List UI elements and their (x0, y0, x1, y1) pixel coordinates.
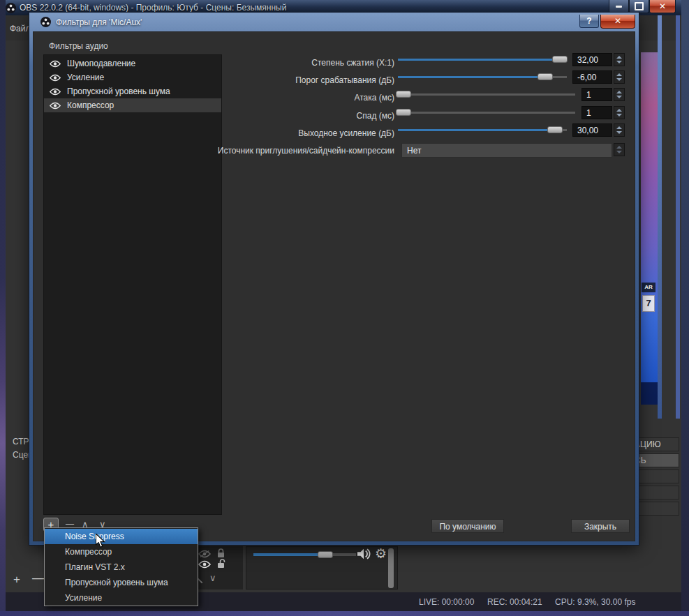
eye-icon[interactable] (50, 88, 61, 96)
mixer-scrollbar[interactable] (388, 548, 394, 588)
control-button[interactable] (632, 486, 679, 499)
lock-icon[interactable] (216, 548, 225, 558)
filter-row-noise-gate[interactable]: Пропускной уровень шума (44, 84, 221, 98)
release-spinner[interactable] (614, 106, 625, 119)
spinner-down-icon[interactable] (616, 131, 622, 134)
attack-label: Атака (мс) (200, 93, 394, 105)
eye-slash-icon[interactable] (198, 550, 211, 558)
sidechain-label: Источник приглушения/сайдчейн-компрессии (200, 146, 394, 158)
audio-filters-list: Шумоподавление Усиление Пропускной урове… (43, 54, 222, 515)
unlock-icon[interactable] (216, 559, 227, 569)
control-button[interactable] (632, 502, 679, 516)
preview-taskbar (641, 382, 658, 405)
eye-icon[interactable] (198, 560, 211, 569)
status-live: LIVE: 00:00:00 (419, 597, 474, 607)
scene-remove-button[interactable]: — (32, 572, 44, 584)
slider-handle[interactable] (547, 126, 563, 133)
close-dialog-button[interactable]: Закрыть (571, 519, 630, 533)
dialog-title: Фильтры для 'Mic/Aux' (56, 17, 142, 27)
close-button[interactable]: ✕ (649, 0, 676, 13)
start-streaming-button-fragment[interactable]: АЦИЮ (632, 437, 679, 451)
main-window-inner-border (676, 15, 680, 419)
spinner-up-icon[interactable] (616, 56, 622, 59)
speaker-icon[interactable] (356, 548, 371, 560)
control-button[interactable] (632, 469, 679, 483)
volume-slider[interactable] (253, 553, 356, 556)
menu-item-gain[interactable]: Усиление (45, 590, 198, 606)
chevron-down-icon[interactable]: ∨ (209, 573, 216, 583)
attack-spinner[interactable] (614, 88, 625, 101)
eye-icon[interactable] (50, 60, 61, 68)
status-rec: REC: 00:04:21 (487, 597, 542, 607)
defaults-button[interactable]: По умолчанию (431, 519, 504, 533)
spinner-down-icon[interactable] (616, 61, 622, 63)
slider-handle[interactable] (396, 109, 411, 116)
eye-icon[interactable] (50, 102, 61, 110)
minimize-icon (616, 6, 622, 8)
dialog-close-button[interactable]: ✕ (600, 15, 635, 29)
ratio-slider[interactable] (398, 53, 567, 66)
video-preview-sliver (641, 52, 658, 405)
menu-item-compressor[interactable]: Компрессор (45, 544, 198, 559)
eye-icon[interactable] (50, 74, 61, 82)
volume-slider-handle[interactable] (318, 551, 333, 558)
obs-logo-icon (40, 17, 51, 27)
filter-row-gain[interactable]: Усиление (44, 70, 221, 84)
spinner-up-icon[interactable] (616, 91, 622, 93)
dialog-content: Фильтры аудио Шумоподавление Усиление Пр… (33, 31, 635, 541)
attack-slider[interactable] (398, 88, 575, 101)
gear-icon[interactable]: ⚙ (375, 547, 387, 560)
maximize-button[interactable] (629, 0, 649, 13)
add-filter-context-menu: Noise Suppress Компрессор Плагин VST 2.x… (44, 527, 198, 606)
main-window-title: OBS 22.0.2 (64-bit, windows) - Профиль: … (20, 3, 286, 13)
release-value[interactable]: 1 (581, 106, 612, 119)
release-slider[interactable] (398, 106, 575, 119)
spinner-up-icon[interactable] (616, 109, 622, 112)
release-label: Спад (мс) (200, 111, 394, 123)
menu-item-noise-gate[interactable]: Пропускной уровень шума (45, 575, 198, 590)
threshold-label: Порог срабатывания (дБ) (200, 75, 394, 88)
stop-recording-button-fragment[interactable]: СЬ (632, 453, 679, 467)
threshold-spinner[interactable] (614, 70, 625, 84)
slider-handle[interactable] (538, 73, 553, 80)
dialog-help-button[interactable]: ? (579, 15, 599, 28)
filter-row-noise-suppression[interactable]: Шумоподавление (44, 57, 221, 70)
volume-slider-fill (253, 553, 325, 556)
filters-dialog: Фильтры для 'Mic/Aux' ? ✕ Фильтры аудио … (29, 13, 639, 545)
menu-item-noise-suppress[interactable]: Noise Suppress (45, 529, 198, 544)
ratio-spinner[interactable] (614, 53, 625, 66)
output-gain-slider[interactable] (398, 123, 567, 137)
spinner-down-icon[interactable] (616, 96, 622, 98)
menu-file[interactable]: Файл (10, 24, 31, 33)
slider-handle[interactable] (552, 56, 568, 63)
ratio-label: Степень сжатия (X:1) (200, 58, 394, 70)
spinner-up-icon[interactable] (616, 73, 622, 76)
scene-add-button[interactable]: + (13, 573, 20, 585)
mouse-cursor (96, 534, 105, 548)
preview-window-border (658, 15, 662, 419)
preview-desktop-icon: AR (642, 283, 655, 292)
ratio-value[interactable]: 32,00 (572, 53, 612, 66)
threshold-slider[interactable] (398, 70, 567, 84)
spinner-up-icon[interactable] (616, 126, 622, 129)
spinner-down-icon[interactable] (616, 78, 622, 81)
spinner-down-icon[interactable] (616, 114, 622, 117)
output-gain-spinner[interactable] (614, 123, 625, 137)
minimize-button[interactable] (609, 0, 629, 13)
slider-handle[interactable] (396, 91, 411, 98)
output-gain-label: Выходное усиление (дБ) (200, 128, 394, 141)
spinner-down-icon[interactable] (616, 151, 622, 153)
spinner-up-icon[interactable] (616, 146, 622, 149)
sidechain-spinner[interactable] (614, 143, 625, 156)
output-gain-value[interactable]: 30,00 (572, 123, 612, 137)
status-cpu-fps: CPU: 9.3%, 30.00 fps (555, 597, 635, 607)
menu-item-vst-plugin[interactable]: Плагин VST 2.x (45, 559, 198, 575)
attack-value[interactable]: 1 (581, 88, 612, 101)
preview-desktop-icon-7: 7 (642, 295, 655, 312)
sidechain-select[interactable]: Нет (401, 143, 612, 158)
filter-name: Усиление (67, 73, 104, 82)
close-icon: ✕ (659, 1, 666, 11)
threshold-value[interactable]: -6,00 (572, 70, 612, 84)
filter-row-compressor[interactable]: Компрессор (44, 98, 221, 112)
filter-name: Пропускной уровень шума (67, 87, 170, 96)
